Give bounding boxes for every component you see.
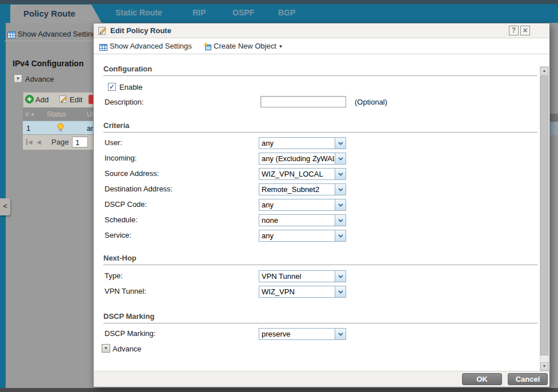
table-grid-icon <box>99 43 107 53</box>
check-icon: ✓ <box>109 83 115 91</box>
tab-rip[interactable]: RIP <box>192 8 206 17</box>
col-status-header[interactable]: Status <box>47 110 66 118</box>
enable-checkbox[interactable]: ✓ <box>108 83 116 91</box>
chevron-down-icon <box>335 215 346 226</box>
bg-table-header: # ▲ Status User <box>23 107 93 121</box>
bg-table-row[interactable]: 1 any <box>23 121 93 135</box>
screen: Policy Route Static Route RIP OSPF BGP S… <box>0 0 558 392</box>
dialog-title: Edit Policy Route <box>110 26 171 35</box>
create-new-object-icon <box>203 42 212 53</box>
type-dropdown[interactable]: VPN Tunnel <box>259 270 346 282</box>
close-button[interactable]: × <box>520 26 530 35</box>
remove-icon[interactable] <box>89 95 93 104</box>
dialog-scrollbar: ▲ ▼ <box>540 66 549 371</box>
dialog-content: Configuration ✓ Enable Description: (Opt… <box>94 54 549 372</box>
service-value: any <box>262 231 334 240</box>
page-label: Page <box>51 138 69 146</box>
bg-edit-button[interactable]: Edit <box>70 95 82 104</box>
scroll-up-icon: ▲ <box>543 69 547 73</box>
scroll-down-button[interactable]: ▼ <box>540 362 548 370</box>
tab-ospf[interactable]: OSPF <box>232 8 254 17</box>
status-on-bulb-icon <box>57 123 64 135</box>
dialog-titlebar: Edit Policy Route ? × <box>94 23 549 38</box>
chevron-down-icon <box>335 199 346 210</box>
show-advanced-settings-link[interactable]: Show Advanced Settings <box>110 42 192 50</box>
scroll-down-icon: ▼ <box>543 364 547 368</box>
sort-asc-icon: ▲ <box>30 111 35 117</box>
add-icon <box>25 95 34 106</box>
incoming-label: Incoming: <box>105 154 137 162</box>
caret-down-icon: ▼ <box>278 44 283 49</box>
bottom-strip <box>0 388 558 392</box>
source-address-value: WIZ_VPN_LOCAL <box>262 170 334 178</box>
description-input[interactable] <box>260 96 346 107</box>
page-first-icon[interactable]: ◀ <box>26 139 33 145</box>
bg-advance-toggle[interactable]: ▼ <box>14 74 22 83</box>
source-address-dropdown[interactable]: WIZ_VPN_LOCAL <box>259 168 346 180</box>
type-value: VPN Tunnel <box>262 272 334 281</box>
type-label: Type: <box>105 271 123 280</box>
sidebar-collapse-handle[interactable]: < <box>0 198 10 215</box>
bg-table-header-fragment <box>550 114 558 122</box>
chevron-down-icon <box>335 230 346 241</box>
next-hop-heading: Next-Hop <box>103 254 137 262</box>
page-prev-icon[interactable]: ◀ <box>37 139 41 145</box>
schedule-value: none <box>262 216 334 225</box>
dscp-marking-value: preserve <box>262 330 334 338</box>
help-icon: ? <box>512 26 516 34</box>
toggle-down-icon: ▼ <box>104 346 109 351</box>
row-num-cell: 1 <box>26 124 30 133</box>
section-divider <box>103 75 537 76</box>
chevron-down-icon <box>335 138 346 149</box>
dialog-toolbar: Show Advanced Settings Create New Object… <box>94 38 549 54</box>
schedule-dropdown[interactable]: none <box>259 214 346 226</box>
bg-divider <box>5 41 94 41</box>
top-strip <box>0 0 558 4</box>
section-divider <box>103 132 537 133</box>
help-button[interactable]: ? <box>509 26 519 35</box>
chevron-down-icon <box>335 329 346 339</box>
dscp-code-value: any <box>262 201 334 209</box>
dscp-code-dropdown[interactable]: any <box>259 199 346 211</box>
bg-pagination: ◀ ◀ Page 1 <box>23 135 93 150</box>
tab-static-route[interactable]: Static Route <box>115 8 162 17</box>
scrollbar-thumb[interactable] <box>540 75 548 355</box>
page-number-input[interactable]: 1 <box>72 137 88 147</box>
bg-advance-label: Advance <box>25 75 54 83</box>
bg-add-button[interactable]: Add <box>35 95 49 104</box>
incoming-dropdown[interactable]: any (Excluding ZyWALL) <box>259 153 346 165</box>
dscp-marking-heading: DSCP Marking <box>103 312 154 321</box>
chevron-down-icon <box>335 286 346 297</box>
tab-policy-route[interactable]: Policy Route <box>10 5 102 23</box>
dialog-footer: OK Cancel <box>94 371 549 387</box>
user-dropdown[interactable]: any <box>259 137 346 149</box>
service-dropdown[interactable]: any <box>259 230 346 242</box>
chevron-down-icon <box>335 271 346 282</box>
dscp-code-label: DSCP Code: <box>105 200 147 209</box>
ipv4-configuration-heading: IPv4 Configuration <box>13 59 83 68</box>
scroll-up-button[interactable]: ▲ <box>540 67 548 75</box>
destination-address-value: Remote_Subnet2 <box>262 185 334 194</box>
user-label: User: <box>105 138 122 147</box>
create-new-object-button[interactable]: Create New Object ▼ <box>214 42 283 50</box>
col-num-header[interactable]: # <box>25 110 29 118</box>
ok-button[interactable]: OK <box>462 373 502 385</box>
incoming-value: any (Excluding ZyWALL) <box>262 154 334 163</box>
destination-address-dropdown[interactable]: Remote_Subnet2 <box>259 183 346 195</box>
edit-policy-route-dialog: Edit Policy Route ? × Show Advanced Sett… <box>93 23 550 387</box>
dialog-advance-toggle[interactable]: ▼ <box>102 344 110 353</box>
dscp-marking-dropdown[interactable]: preserve <box>259 328 346 340</box>
bg-table-row-fragment <box>550 122 558 135</box>
tab-bgp[interactable]: BGP <box>278 8 295 17</box>
chevron-down-icon <box>335 184 346 195</box>
destination-address-label: Destination Address: <box>105 185 172 193</box>
edit-icon <box>59 95 67 105</box>
bg-show-advanced-link[interactable]: Show Advanced Settings <box>18 30 100 38</box>
collapse-left-icon: < <box>3 202 7 210</box>
vpn-tunnel-value: WIZ_VPN <box>262 287 334 296</box>
dscp-marking-label: DSCP Marking: <box>105 329 155 338</box>
cancel-button[interactable]: Cancel <box>508 373 548 385</box>
vpn-tunnel-dropdown[interactable]: WIZ_VPN <box>259 286 346 298</box>
create-new-object-label: Create New Object <box>214 42 276 50</box>
chevron-down-icon <box>335 169 346 179</box>
